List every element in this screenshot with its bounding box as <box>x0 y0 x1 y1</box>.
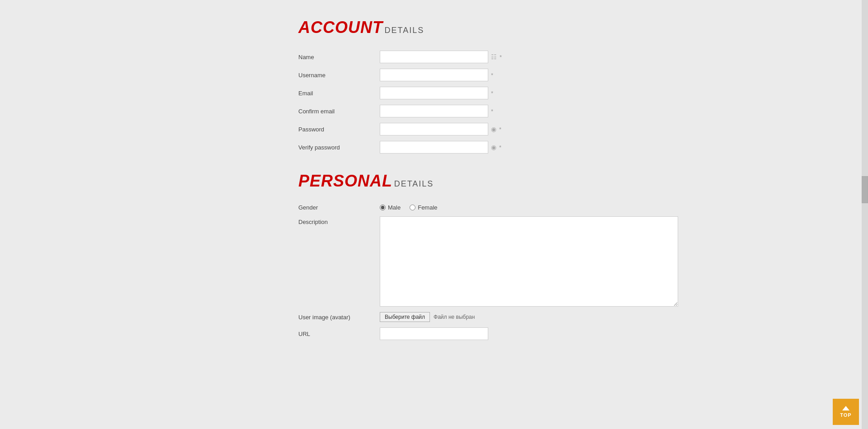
back-to-top-button[interactable]: TOP <box>833 399 859 425</box>
verify-password-field-wrapper: ◉ * <box>380 141 501 154</box>
password-input[interactable] <box>380 123 488 135</box>
personal-section-title: PERSONAL DETAILS <box>298 172 678 191</box>
url-input[interactable] <box>380 327 488 340</box>
gender-female-radio[interactable] <box>410 205 415 210</box>
avatar-label: User image (avatar) <box>298 314 380 321</box>
gender-male-radio[interactable] <box>380 205 386 210</box>
personal-title-normal: DETAILS <box>394 179 434 188</box>
account-title-accent: ACCOUNT <box>298 18 383 37</box>
scrollbar-thumb[interactable] <box>862 176 868 203</box>
file-no-selected-text: Файл не выбран <box>434 314 475 320</box>
url-label: URL <box>298 331 380 337</box>
back-to-top-label: TOP <box>840 412 851 418</box>
account-section: ACCOUNT DETAILS Name ☷ * Username * Emai… <box>298 18 678 154</box>
confirm-email-required: * <box>491 108 493 115</box>
email-field-wrapper: * <box>380 87 493 99</box>
name-label: Name <box>298 54 380 61</box>
gender-female-label[interactable]: Female <box>418 204 437 211</box>
description-row: Description <box>298 216 678 307</box>
password-required: * <box>499 126 501 133</box>
email-row: Email * <box>298 87 678 99</box>
gender-male-label[interactable]: Male <box>388 204 401 211</box>
file-choose-button[interactable]: Выберите файл <box>380 312 430 322</box>
verify-password-label: Verify password <box>298 144 380 151</box>
personal-title-accent: PERSONAL <box>298 172 392 190</box>
email-input[interactable] <box>380 87 488 99</box>
description-label: Description <box>298 216 380 225</box>
password-icon: ◉ <box>491 126 496 133</box>
confirm-email-input[interactable] <box>380 105 488 117</box>
gender-male-option[interactable]: Male <box>380 204 401 211</box>
verify-password-row: Verify password ◉ * <box>298 141 678 154</box>
email-label: Email <box>298 90 380 97</box>
gender-female-option[interactable]: Female <box>410 204 437 211</box>
email-required: * <box>491 90 493 97</box>
arrow-up-icon <box>842 406 849 410</box>
scrollbar-track <box>862 0 868 429</box>
password-field-wrapper: ◉ * <box>380 123 501 135</box>
name-icon: ☷ <box>491 53 497 61</box>
name-row: Name ☷ * <box>298 51 678 63</box>
name-field-wrapper: ☷ * <box>380 51 502 63</box>
name-input[interactable] <box>380 51 488 63</box>
account-section-title: ACCOUNT DETAILS <box>298 18 678 37</box>
name-required: * <box>500 54 502 61</box>
page-content: ACCOUNT DETAILS Name ☷ * Username * Emai… <box>163 0 705 385</box>
verify-password-icon: ◉ <box>491 144 496 151</box>
confirm-email-field-wrapper: * <box>380 105 493 117</box>
personal-section: PERSONAL DETAILS Gender Male Female Desc… <box>298 172 678 340</box>
file-input-wrapper: Выберите файл Файл не выбран <box>380 312 475 322</box>
gender-label: Gender <box>298 204 380 211</box>
username-field-wrapper: * <box>380 69 493 81</box>
verify-password-required: * <box>499 144 501 151</box>
verify-password-input[interactable] <box>380 141 488 154</box>
username-required: * <box>491 72 493 79</box>
confirm-email-row: Confirm email * <box>298 105 678 117</box>
description-textarea[interactable] <box>380 216 678 307</box>
password-label: Password <box>298 126 380 133</box>
gender-options: Male Female <box>380 204 438 211</box>
confirm-email-label: Confirm email <box>298 108 380 115</box>
username-input[interactable] <box>380 69 488 81</box>
url-row: URL <box>298 327 678 340</box>
account-title-normal: DETAILS <box>385 26 425 35</box>
avatar-row: User image (avatar) Выберите файл Файл н… <box>298 312 678 322</box>
gender-row: Gender Male Female <box>298 204 678 211</box>
username-label: Username <box>298 72 380 79</box>
password-row: Password ◉ * <box>298 123 678 135</box>
username-row: Username * <box>298 69 678 81</box>
